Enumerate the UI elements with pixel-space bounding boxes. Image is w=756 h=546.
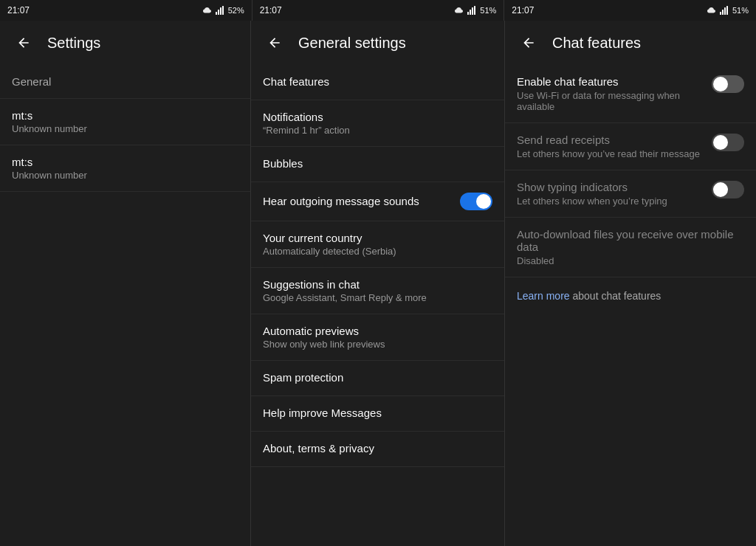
spam-item[interactable]: Spam protection <box>251 361 504 396</box>
suggestions-label: Suggestions in chat <box>263 278 492 291</box>
settings-header: Settings <box>0 21 250 65</box>
read-receipts-toggle[interactable] <box>712 134 744 151</box>
chat-features-header: Chat features <box>505 21 756 65</box>
battery-2: 51% <box>480 6 496 15</box>
battery-1: 52% <box>228 6 244 15</box>
cloud-icon-1 <box>202 7 212 14</box>
read-receipts-title: Send read receipts <box>517 134 703 146</box>
sounds-label: Hear outgoing message sounds <box>263 195 460 207</box>
general-back-button[interactable] <box>263 31 286 55</box>
notifications-item[interactable]: Notifications “Remind 1 hr” action <box>251 100 504 147</box>
chat-features-panel: Chat features Enable chat features Use W… <box>505 21 756 546</box>
signal-icon-1 <box>215 6 225 15</box>
country-item[interactable]: Your current country Automatically detec… <box>251 221 504 268</box>
sounds-text: Hear outgoing message sounds <box>263 195 460 209</box>
suggestions-item[interactable]: Suggestions in chat Google Assistant, Sm… <box>251 268 504 314</box>
contact-number-1: Unknown number <box>12 123 238 134</box>
svg-rect-1 <box>218 10 219 15</box>
spam-label: Spam protection <box>263 371 492 384</box>
bubbles-item[interactable]: Bubbles <box>251 147 504 182</box>
enable-chat-row[interactable]: Enable chat features Use Wi-Fi or data f… <box>505 65 756 123</box>
status-bar-1: 21:07 52% <box>0 0 252 21</box>
auto-download-row[interactable]: Auto-download files you receive over mob… <box>505 218 756 277</box>
cloud-icon-3 <box>706 7 716 14</box>
svg-rect-4 <box>467 12 469 15</box>
country-subtitle: Automatically detected (Serbia) <box>263 246 492 257</box>
learn-more-row: Learn more about chat features <box>505 277 756 314</box>
contact-item-1[interactable]: mt:s Unknown number <box>0 99 250 145</box>
cloud-icon-2 <box>453 7 464 14</box>
contact-item-2[interactable]: mt:s Unknown number <box>0 145 250 192</box>
enable-chat-toggle[interactable] <box>712 75 744 93</box>
notifications-label: Notifications <box>263 111 492 123</box>
signal-icon-2 <box>467 6 477 15</box>
back-icon-3 <box>521 35 536 50</box>
typing-indicators-toggle-knob <box>713 182 728 197</box>
chat-features-label: Chat features <box>263 75 492 88</box>
svg-rect-10 <box>724 7 726 15</box>
contact-name-1: mt:s <box>12 109 238 122</box>
general-section-label: General <box>0 65 250 99</box>
battery-3: 51% <box>732 6 749 15</box>
status-bars: 21:07 52% 21:07 <box>0 0 756 21</box>
read-receipts-text: Send read receipts Let others know you’v… <box>517 134 703 159</box>
general-settings-title: General settings <box>298 35 406 52</box>
status-icons-2: 51% <box>453 6 496 15</box>
svg-rect-9 <box>722 10 724 15</box>
typing-indicators-row[interactable]: Show typing indicators Let others know w… <box>505 170 756 218</box>
svg-rect-11 <box>726 6 728 15</box>
panels: Settings General mt:s Unknown number mt:… <box>0 21 756 546</box>
status-icons-1: 52% <box>202 6 244 15</box>
country-label: Your current country <box>263 232 492 244</box>
contact-number-2: Unknown number <box>12 170 238 181</box>
sounds-toggle-knob <box>476 194 491 209</box>
back-icon <box>16 35 31 50</box>
time-1: 21:07 <box>7 5 30 15</box>
previews-item[interactable]: Automatic previews Show only web link pr… <box>251 314 504 361</box>
svg-rect-6 <box>472 7 473 15</box>
about-label: About, terms & privacy <box>263 442 492 455</box>
read-receipts-row[interactable]: Send read receipts Let others know you’v… <box>505 123 756 170</box>
auto-download-subtitle: Disabled <box>517 255 744 266</box>
svg-rect-5 <box>470 10 471 15</box>
about-item[interactable]: About, terms & privacy <box>251 432 504 467</box>
notifications-subtitle: “Remind 1 hr” action <box>263 125 492 136</box>
learn-more-link[interactable]: Learn more <box>517 290 570 302</box>
enable-chat-text: Enable chat features Use Wi-Fi or data f… <box>517 75 703 112</box>
status-icons-3: 51% <box>706 6 749 15</box>
svg-rect-8 <box>720 12 721 15</box>
settings-title: Settings <box>47 35 100 52</box>
learn-more-suffix: about chat features <box>570 290 662 302</box>
previews-subtitle: Show only web link previews <box>263 339 492 350</box>
svg-rect-3 <box>222 6 224 15</box>
typing-indicators-title: Show typing indicators <box>517 181 703 193</box>
previews-label: Automatic previews <box>263 325 492 337</box>
chat-back-button[interactable] <box>517 31 540 55</box>
bubbles-label: Bubbles <box>263 157 492 170</box>
chat-features-title: Chat features <box>552 35 641 52</box>
read-receipts-subtitle: Let others know you’ve read their messag… <box>517 148 703 159</box>
read-receipts-toggle-knob <box>713 135 728 150</box>
settings-panel: Settings General mt:s Unknown number mt:… <box>0 21 251 546</box>
time-3: 21:07 <box>512 5 534 15</box>
sounds-toggle-row[interactable]: Hear outgoing message sounds <box>251 182 504 221</box>
back-icon-2 <box>267 35 282 50</box>
chat-features-item[interactable]: Chat features <box>251 65 504 100</box>
svg-rect-7 <box>474 6 475 15</box>
general-settings-panel: General settings Chat features Notificat… <box>251 21 505 546</box>
svg-rect-0 <box>216 12 217 15</box>
settings-back-button[interactable] <box>12 31 35 55</box>
auto-download-title: Auto-download files you receive over mob… <box>517 228 744 253</box>
status-bar-3: 21:07 51% <box>504 0 756 21</box>
enable-chat-title: Enable chat features <box>517 75 703 88</box>
signal-icon-3 <box>719 6 729 15</box>
typing-indicators-toggle[interactable] <box>712 181 744 198</box>
typing-indicators-text: Show typing indicators Let others know w… <box>517 181 703 207</box>
enable-chat-subtitle: Use Wi-Fi or data for messaging when ava… <box>517 90 703 112</box>
help-item[interactable]: Help improve Messages <box>251 396 504 432</box>
suggestions-subtitle: Google Assistant, Smart Reply & more <box>263 292 492 303</box>
sounds-toggle[interactable] <box>460 193 492 210</box>
auto-download-text: Auto-download files you receive over mob… <box>517 228 744 266</box>
time-2: 21:07 <box>260 5 282 15</box>
contact-name-2: mt:s <box>12 156 238 168</box>
